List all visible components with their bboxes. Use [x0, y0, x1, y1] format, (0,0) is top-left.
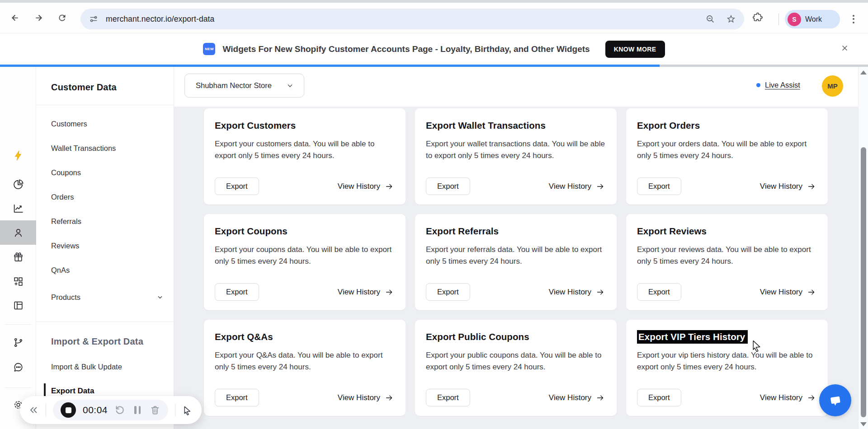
recorder-controls: 00:04 [53, 400, 168, 420]
screen-recorder-toolbar: 00:04 [20, 396, 202, 424]
chevron-down-icon [286, 82, 294, 89]
sidebar-item-import-bulk-update[interactable]: Import & Bulk Update [51, 360, 164, 373]
chat-bubble-icon [827, 392, 844, 409]
stop-recording-button[interactable] [61, 402, 76, 418]
gift-icon [13, 252, 24, 263]
scroll-up-arrow-icon[interactable] [860, 70, 867, 75]
sidebar-item-wallet-transactions[interactable]: Wallet Transactions [51, 141, 164, 155]
cursor-tool-icon[interactable] [182, 405, 193, 415]
view-history-link[interactable]: View History [760, 288, 816, 297]
chevron-down-icon[interactable] [156, 294, 164, 301]
sidebar-item-customers[interactable]: Customers [51, 117, 164, 131]
export-button[interactable]: Export [637, 283, 681, 301]
sidebar-item-referrals[interactable]: Referrals [51, 214, 164, 228]
export-button[interactable]: Export [426, 389, 470, 406]
view-history-link[interactable]: View History [760, 182, 816, 191]
export-button[interactable]: Export [215, 177, 259, 195]
export-button[interactable]: Export [215, 283, 259, 301]
card-description: Export your customers data. You will be … [215, 138, 394, 161]
forward-button[interactable] [30, 9, 47, 27]
sidebar-item-orders[interactable]: Orders [51, 190, 164, 204]
arrow-right-icon [385, 394, 394, 402]
rail-item-home[interactable] [0, 143, 36, 168]
bookmark-star-icon[interactable] [726, 14, 736, 24]
browser-menu-button[interactable] [847, 13, 860, 25]
export-button[interactable]: Export [637, 389, 681, 406]
card-export-qnas: Export Q&As Export your Q&As data. You w… [204, 320, 406, 416]
card-title: Export Q&As [215, 331, 394, 342]
view-history-link[interactable]: View History [338, 288, 394, 297]
store-selector-value: Shubham Nector Store [196, 81, 272, 90]
card-description: Export your referrals data. You will be … [426, 244, 605, 267]
view-history-link[interactable]: View History [338, 182, 394, 191]
recording-timer: 00:04 [83, 405, 108, 415]
extensions-puzzle-icon [752, 12, 763, 23]
zoom-icon[interactable] [705, 14, 715, 24]
card-export-customers: Export Customers Export your customers d… [204, 108, 406, 205]
user-avatar[interactable]: MP [822, 75, 843, 97]
chat-dots-icon [13, 362, 24, 373]
rail-item-widgets[interactable] [0, 269, 36, 294]
store-selector-dropdown[interactable]: Shubham Nector Store [184, 74, 304, 98]
url-bar[interactable]: merchant.nector.io/export-data [80, 9, 744, 29]
collapse-chevrons-icon[interactable] [28, 405, 39, 415]
card-description: Export your wallet transactions data. Yo… [426, 138, 605, 161]
scroll-down-arrow-icon[interactable] [860, 422, 867, 426]
sidebar-section-title-customer-data: Customer Data [51, 82, 117, 93]
site-info-icon[interactable] [89, 14, 99, 24]
back-button[interactable] [6, 9, 24, 27]
view-history-link[interactable]: View History [549, 288, 605, 297]
card-title-highlighted: Export VIP Tiers History [637, 331, 816, 342]
banner-message: Widgets For New Shopify Customer Account… [222, 44, 590, 54]
restart-recording-button[interactable] [114, 405, 125, 415]
export-button[interactable]: Export [215, 389, 259, 406]
scrollbar-thumb[interactable] [861, 147, 866, 417]
extensions-button[interactable] [752, 12, 767, 26]
live-chat-button[interactable] [819, 384, 851, 416]
profile-name: Work [805, 15, 822, 23]
rail-item-reports[interactable] [0, 196, 36, 220]
sidebar-item-reviews[interactable]: Reviews [51, 239, 164, 252]
promo-banner: NEW Widgets For New Shopify Customer Acc… [0, 33, 868, 65]
arrow-right-icon [596, 394, 605, 402]
rail-divider [5, 324, 32, 325]
rail-item-integrations[interactable] [0, 330, 36, 354]
export-button[interactable]: Export [426, 283, 470, 301]
view-history-link[interactable]: View History [760, 393, 816, 402]
page-scrollbar[interactable] [858, 67, 868, 429]
card-description: Export your orders data. You will be abl… [637, 138, 816, 161]
screen: merchant.nector.io/export-data S Work NE… [0, 0, 868, 429]
pause-recording-button[interactable] [132, 405, 143, 415]
arrow-right-icon [385, 288, 394, 296]
browser-profile-chip[interactable]: S Work [785, 10, 840, 28]
view-history-link[interactable]: View History [549, 393, 605, 402]
rail-item-rewards[interactable] [0, 245, 36, 269]
delete-recording-button[interactable] [150, 405, 160, 415]
card-export-coupons: Export Coupons Export your coupons data.… [204, 214, 406, 310]
export-button[interactable]: Export [426, 177, 470, 195]
card-title: Export Orders [637, 120, 816, 131]
rail-item-analytics[interactable] [0, 172, 36, 196]
sidebar-item-qnas[interactable]: QnAs [51, 263, 164, 277]
view-history-link[interactable]: View History [338, 393, 394, 402]
card-description: Export your coupons data. You will be ab… [215, 244, 394, 267]
card-title: Export Customers [215, 120, 394, 131]
recorder-separator [175, 404, 175, 416]
sidebar-item-coupons[interactable]: Coupons [51, 166, 164, 179]
live-assist-link[interactable]: Live Assist [756, 81, 800, 89]
export-button[interactable]: Export [637, 177, 681, 195]
rail-item-support[interactable] [0, 355, 36, 379]
profile-avatar: S [788, 13, 801, 26]
know-more-button[interactable]: KNOW MORE [605, 41, 665, 58]
reload-button[interactable] [53, 9, 71, 27]
mouse-cursor-icon [750, 340, 763, 353]
card-description: Export your reviews data. You will be ab… [637, 244, 816, 267]
rail-item-pages[interactable] [0, 293, 36, 317]
banner-close-button[interactable] [841, 44, 852, 55]
url-text: merchant.nector.io/export-data [106, 14, 214, 24]
card-export-referrals: Export Referrals Export your referrals d… [415, 214, 617, 310]
card-export-public-coupons: Export Public Coupons Export your public… [415, 320, 617, 416]
sidebar-item-products[interactable]: Products [51, 290, 164, 304]
rail-item-customers[interactable] [0, 220, 36, 245]
view-history-link[interactable]: View History [549, 182, 605, 191]
